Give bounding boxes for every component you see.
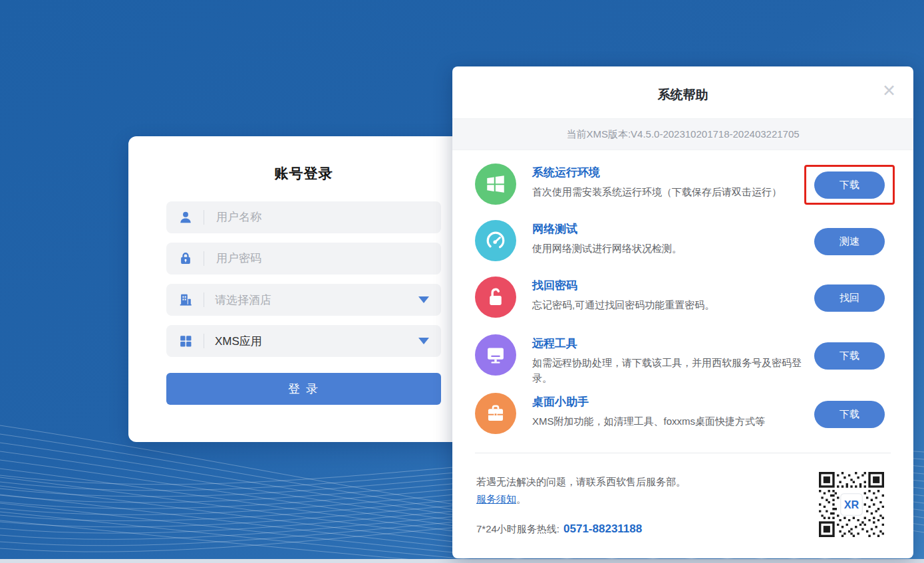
field-divider bbox=[204, 251, 204, 266]
user-icon bbox=[178, 210, 193, 225]
hotline-label: 7*24小时服务热线: bbox=[476, 523, 559, 534]
service-notice-link[interactable]: 服务须知 bbox=[476, 493, 516, 505]
item-title: 网络测试 bbox=[532, 221, 682, 237]
unlock-icon bbox=[475, 277, 516, 318]
item-desc: 忘记密码,可通过找回密码功能重置密码。 bbox=[532, 298, 714, 313]
qr-center-logo: XR bbox=[844, 499, 859, 510]
windows-icon bbox=[475, 164, 516, 205]
qr-code: XR bbox=[819, 472, 884, 537]
login-page: 账号登录 请选择酒店 bbox=[0, 0, 924, 563]
help-item-remote-tool: 远程工具 如需远程协助处理，请下载该工具，并用西软服务号及密码登录。 下载 bbox=[475, 334, 895, 386]
briefcase-icon bbox=[475, 393, 516, 434]
download-button-highlight-box: 下载 bbox=[804, 165, 895, 205]
item-title: 系统运行环境 bbox=[532, 165, 782, 180]
system-help-dialog: 系统帮助 ✕ 当前XMS版本:V4.5.0-202310201718-20240… bbox=[452, 66, 913, 558]
help-item-network-test: 网络测试 使用网络测试进行网络状况检测。 测速 bbox=[475, 220, 895, 261]
app-select[interactable]: XMS应用 bbox=[166, 325, 441, 357]
footer-divider bbox=[475, 453, 891, 453]
item-title: 远程工具 bbox=[532, 336, 804, 351]
help-item-desktop-assistant: 桌面小助手 XMS附加功能，如清理工具、foxxms桌面快捷方式等 下载 bbox=[475, 393, 895, 434]
close-icon[interactable]: ✕ bbox=[882, 82, 896, 99]
dialog-title: 系统帮助 bbox=[452, 66, 913, 104]
field-divider bbox=[204, 292, 204, 307]
version-text: 当前XMS版本:V4.5.0-202310201718-202403221705 bbox=[452, 118, 913, 150]
login-form: 请选择酒店 XMS应用 bbox=[166, 201, 441, 366]
login-button[interactable]: 登 录 bbox=[166, 373, 441, 405]
item-desc: XMS附加功能，如清理工具、foxxms桌面快捷方式等 bbox=[532, 414, 765, 429]
hotel-select[interactable]: 请选择酒店 bbox=[166, 284, 441, 316]
password-retrieve-button[interactable]: 找回 bbox=[814, 284, 885, 312]
item-desc: 如需远程协助处理，请下载该工具，并用西软服务号及密码登录。 bbox=[532, 356, 804, 386]
monitor-icon bbox=[475, 334, 516, 376]
speedometer-icon bbox=[475, 220, 516, 261]
item-desc: 首次使用需安装系统运行环境（下载保存后请双击运行） bbox=[532, 185, 782, 200]
username-input[interactable] bbox=[215, 210, 429, 225]
item-title: 找回密码 bbox=[532, 278, 714, 293]
assistant-download-button[interactable]: 下载 bbox=[814, 401, 885, 428]
item-title: 桌面小助手 bbox=[532, 394, 765, 409]
dialog-footer: 若遇无法解决的问题，请联系西软售后服务部。 服务须知。 7*24小时服务热线:0… bbox=[476, 473, 686, 538]
app-select-value: XMS应用 bbox=[215, 334, 262, 349]
field-divider bbox=[204, 334, 204, 348]
notice-suffix: 。 bbox=[516, 493, 526, 505]
hotel-building-icon bbox=[178, 292, 193, 307]
login-title: 账号登录 bbox=[128, 136, 479, 183]
lock-icon bbox=[178, 251, 193, 266]
help-item-password: 找回密码 忘记密码,可通过找回密码功能重置密码。 找回 bbox=[475, 277, 895, 318]
password-field[interactable] bbox=[166, 243, 441, 275]
help-item-list: 系统运行环境 首次使用需安装系统运行环境（下载保存后请双击运行） 下载 网络测试… bbox=[475, 160, 895, 452]
speed-test-button[interactable]: 测速 bbox=[814, 228, 885, 255]
hotline-number: 0571-88231188 bbox=[563, 522, 642, 535]
login-card: 账号登录 请选择酒店 bbox=[128, 136, 479, 442]
remote-tool-download-button[interactable]: 下载 bbox=[814, 342, 885, 370]
viewport-bottom-strip bbox=[0, 559, 924, 563]
apps-grid-icon bbox=[178, 334, 193, 348]
username-field[interactable] bbox=[166, 201, 441, 233]
help-item-runtime: 系统运行环境 首次使用需安装系统运行环境（下载保存后请双击运行） 下载 bbox=[475, 164, 895, 205]
support-text: 若遇无法解决的问题，请联系西软售后服务部。 bbox=[476, 473, 686, 491]
chevron-down-icon[interactable] bbox=[418, 338, 429, 344]
password-input[interactable] bbox=[215, 251, 429, 266]
runtime-download-button[interactable]: 下载 bbox=[814, 171, 885, 199]
hotel-select-value: 请选择酒店 bbox=[215, 292, 271, 308]
item-desc: 使用网络测试进行网络状况检测。 bbox=[532, 241, 682, 257]
field-divider bbox=[204, 210, 204, 225]
chevron-down-icon[interactable] bbox=[418, 296, 429, 303]
